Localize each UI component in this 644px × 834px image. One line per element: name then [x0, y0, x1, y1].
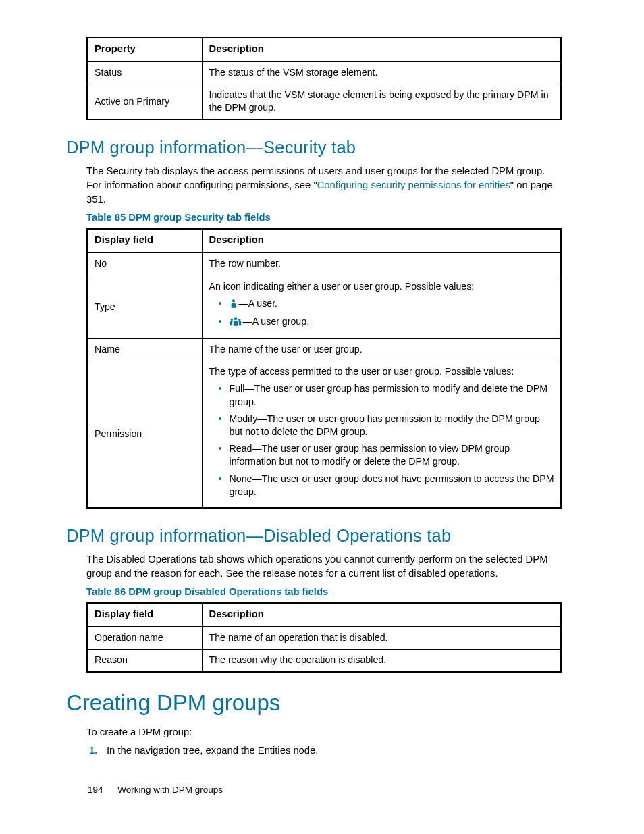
cell-value: Indicates that the VSM storage element i… — [202, 84, 561, 120]
heading-creating-dpm-groups: Creating DPM groups — [66, 690, 578, 716]
paragraph: The Disabled Operations tab shows which … — [86, 552, 559, 581]
table-row: Active on Primary Indicates that the VSM… — [87, 84, 561, 120]
list-item: —A user. — [221, 297, 556, 311]
cell-value: An icon indicating either a user or user… — [202, 276, 561, 339]
list-item: Modify—The user or user group has permis… — [221, 413, 556, 438]
cell-value: The name of an operation that is disable… — [202, 627, 561, 650]
table-security-fields: Display field Description No The row num… — [86, 228, 562, 508]
col-header: Description — [202, 603, 561, 627]
ordered-list-steps: In the navigation tree, expand the Entit… — [86, 745, 578, 756]
col-header: Display field — [87, 229, 202, 253]
list-item: Full—The user or user group has permissi… — [221, 382, 556, 408]
svg-point-3 — [238, 319, 240, 321]
svg-point-2 — [230, 319, 232, 321]
table-row: Name The name of the user or user group. — [87, 339, 561, 361]
page-number: 194 — [88, 785, 103, 795]
heading-disabled-ops-tab: DPM group information—Disabled Operation… — [66, 526, 578, 546]
cell-key: Reason — [87, 650, 202, 673]
cell-key: No — [87, 253, 202, 276]
cell-value: The type of access permitted to the user… — [202, 361, 561, 508]
text: An icon indicating either a user or user… — [209, 280, 556, 293]
cell-key: Name — [87, 339, 202, 361]
col-header: Property — [87, 38, 202, 61]
table-row: Status The status of the VSM storage ele… — [87, 61, 561, 84]
chapter-title: Working with DPM groups — [117, 785, 223, 795]
table-row: Permission The type of access permitted … — [87, 361, 561, 508]
list-item: Read—The user or user group has permissi… — [221, 442, 556, 468]
col-header: Description — [202, 229, 561, 253]
cell-key: Permission — [87, 361, 202, 508]
paragraph: To create a DPM group: — [86, 725, 559, 739]
user-group-icon — [230, 317, 242, 330]
text: The type of access permitted to the user… — [209, 365, 556, 378]
paragraph: The Security tab displays the access per… — [86, 164, 559, 207]
cell-value: The status of the VSM storage element. — [202, 61, 561, 84]
cell-value: The name of the user or user group. — [202, 339, 561, 361]
table-property-description: Property Description Status The status o… — [86, 37, 562, 120]
cell-key: Active on Primary — [87, 84, 202, 120]
cell-value: The reason why the operation is disabled… — [202, 650, 561, 673]
table-disabled-ops-fields: Display field Description Operation name… — [86, 602, 562, 673]
list-item: —A user group. — [221, 315, 556, 330]
step-item: In the navigation tree, expand the Entit… — [103, 745, 578, 756]
user-icon — [230, 298, 238, 311]
link-configuring-security[interactable]: Configuring security permissions for ent… — [317, 180, 510, 190]
col-header: Description — [202, 38, 561, 61]
cell-key: Status — [87, 61, 202, 84]
page-footer: 194 Working with DPM groups — [88, 785, 223, 795]
table-caption: Table 86 DPM group Disabled Operations t… — [86, 586, 578, 597]
svg-point-1 — [234, 317, 236, 320]
table-row: Reason The reason why the operation is d… — [87, 650, 561, 673]
table-caption: Table 85 DPM group Security tab fields — [86, 212, 578, 223]
list-item: None—The user or user group does not hav… — [221, 473, 556, 498]
cell-key: Type — [87, 276, 202, 339]
heading-security-tab: DPM group information—Security tab — [66, 138, 578, 157]
text: —A user. — [239, 298, 278, 309]
table-row: Operation name The name of an operation … — [87, 627, 561, 650]
cell-value: The row number. — [202, 253, 561, 276]
col-header: Display field — [87, 603, 202, 627]
table-row: No The row number. — [87, 253, 561, 276]
table-row: Type An icon indicating either a user or… — [87, 276, 561, 339]
text: —A user group. — [243, 316, 310, 327]
svg-point-0 — [232, 299, 234, 302]
cell-key: Operation name — [87, 627, 202, 650]
